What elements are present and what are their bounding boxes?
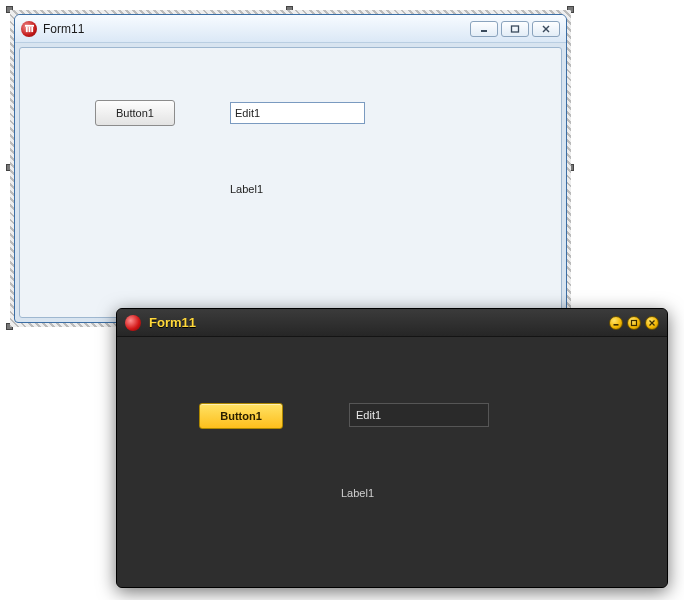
window-title: Form11 bbox=[43, 22, 464, 36]
button-label: Button1 bbox=[116, 107, 154, 119]
edit-control[interactable]: Edit1 bbox=[349, 403, 489, 427]
svg-rect-3 bbox=[25, 25, 34, 27]
app-icon bbox=[21, 21, 37, 37]
label-control[interactable]: Label1 bbox=[230, 183, 263, 195]
designer-client-area[interactable]: Button1 Edit1 Label1 bbox=[19, 47, 562, 318]
svg-rect-8 bbox=[614, 324, 619, 326]
maximize-button[interactable] bbox=[627, 316, 641, 330]
svg-rect-9 bbox=[632, 320, 637, 325]
maximize-button[interactable] bbox=[501, 21, 529, 37]
minimize-button[interactable] bbox=[609, 316, 623, 330]
svg-rect-4 bbox=[481, 30, 487, 32]
button-label: Button1 bbox=[220, 410, 262, 422]
designer-form-window[interactable]: Form11 Button1 E bbox=[14, 14, 567, 323]
label-control: Label1 bbox=[341, 487, 374, 499]
close-icon bbox=[648, 319, 656, 327]
designer-hatch-border: Form11 Button1 E bbox=[10, 10, 571, 327]
close-button[interactable] bbox=[532, 21, 560, 37]
form-designer-selection: Form11 Button1 E bbox=[6, 6, 575, 331]
svg-rect-5 bbox=[512, 26, 519, 32]
button-control[interactable]: Button1 bbox=[95, 100, 175, 126]
minimize-icon bbox=[479, 25, 489, 33]
button-control[interactable]: Button1 bbox=[199, 403, 283, 429]
minimize-button[interactable] bbox=[470, 21, 498, 37]
runtime-client-area: Button1 Edit1 Label1 bbox=[117, 337, 667, 587]
window-buttons bbox=[609, 316, 659, 330]
edit-control[interactable]: Edit1 bbox=[230, 102, 365, 124]
svg-rect-2 bbox=[31, 27, 33, 32]
close-button[interactable] bbox=[645, 316, 659, 330]
window-buttons bbox=[470, 21, 560, 37]
minimize-icon bbox=[612, 319, 620, 327]
edit-value: Edit1 bbox=[235, 107, 260, 119]
titlebar[interactable]: Form11 bbox=[117, 309, 667, 337]
window-title: Form11 bbox=[149, 315, 601, 330]
close-icon bbox=[541, 25, 551, 33]
svg-rect-1 bbox=[28, 27, 30, 32]
titlebar[interactable]: Form11 bbox=[15, 15, 566, 43]
runtime-form-window[interactable]: Form11 Button1 Edit1 Label1 bbox=[116, 308, 668, 588]
maximize-icon bbox=[630, 319, 638, 327]
edit-value: Edit1 bbox=[356, 409, 381, 421]
svg-rect-0 bbox=[25, 27, 27, 32]
maximize-icon bbox=[510, 25, 520, 33]
app-icon bbox=[125, 315, 141, 331]
